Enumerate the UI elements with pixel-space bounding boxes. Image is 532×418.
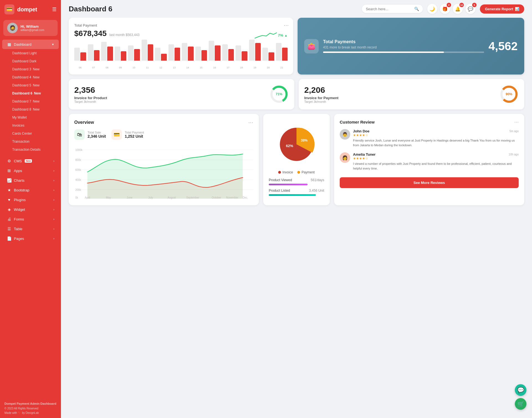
main-content: Dashboard 6 🔍 🌙 🎁 2 🔔 12 💬 5 Generate Re… [61,0,532,418]
theme-toggle-btn[interactable]: 🌙 [427,4,437,14]
sidebar-item-forms[interactable]: 🖨 Forms › [2,214,59,224]
total-payment-label: Total Payment [74,23,288,27]
payment-legend: Payment [297,170,314,174]
sidebar-item-bootstrap[interactable]: ★ Bootstrap › [2,185,59,195]
sidebar-item-charts[interactable]: 📈 Charts › [2,176,59,185]
chevron-right-icon: › [53,160,54,163]
tp-progress-bar [323,52,484,53]
overview-menu-icon[interactable]: ⋯ [248,119,253,125]
sidebar-item-invoices[interactable]: Invoices [2,122,59,129]
sidebar-item-dashboard-7[interactable]: Dashboard 7 New [2,98,59,105]
bar-label-15: 21 [276,66,288,69]
cart-floating-btn[interactable]: 🛒 [515,398,526,410]
bar-group-4 [128,45,140,61]
bar-red-4 [134,49,140,61]
header-icons: 🌙 🎁 2 🔔 12 💬 5 [427,4,475,14]
sidebar-item-dashboard[interactable]: ▦ Dashboard ▼ [2,40,59,49]
sidebar-item-pages[interactable]: 📄 Pages › [2,234,59,243]
bar-label-13: 19 [249,66,261,69]
bar-label-6: 12 [155,66,167,69]
reviewer-1-text: Friendly service Josh, Lunar and everyon… [353,138,519,147]
table-icon: ☰ [7,227,12,231]
chevron-right-icon: › [53,179,54,182]
overview-title: Overview [74,120,94,125]
svg-text:August: August [168,196,176,199]
sidebar-item-dashboard-4[interactable]: Dashboard 4 New [2,73,59,81]
overview-stats: 🛍 Total Sale 2,346 Unit 💳 Total Payment … [74,129,253,140]
total-payment-overview-value: 1,252 Unit [125,134,144,139]
sidebar-item-dashboard-3[interactable]: Dashboard 3 New [2,65,59,73]
bar-red-3 [121,51,126,61]
sidebar-item-my-wallet[interactable]: My Wallet [2,114,59,121]
message-btn[interactable]: 💬 5 [466,4,475,14]
sidebar-logo: 💳 dompet ☰ [0,0,61,18]
review-menu-icon[interactable]: ⋯ [514,119,519,125]
chevron-right-icon: › [53,208,54,211]
review-item-2: 👩 Amelia Tuner 10h ago ★★★★☆ I viewed a … [340,152,519,171]
search-input[interactable] [366,7,412,11]
bar-light-13 [249,40,255,61]
card-menu-icon[interactable]: ⋯ [284,22,289,28]
payment-dot [297,171,300,174]
bar-label-5: 11 [142,66,154,69]
total-sale-stat: 🛍 Total Sale 2,346 Unit [74,129,106,140]
bar-light-9 [195,47,201,61]
invoice-product-number: 2,356 [74,85,266,95]
sale-icon: 🛍 [74,129,85,140]
sidebar-item-dashboard-light[interactable]: Dashboard Light [2,49,59,57]
invoice-product-card: 2,356 Invoice for Product Target 3k/mont… [69,79,294,109]
total-sale-label: Total Sale [88,131,106,134]
sidebar-item-cards-center[interactable]: Cards Center [2,130,59,137]
chart-bar-icon: 📊 [515,7,519,11]
user-profile[interactable]: 🧔 Hi, William william@gmail.com [3,20,58,36]
row-3: Overview ⋯ 🛍 Total Sale 2,346 Unit 💳 [69,114,524,205]
sidebar-item-table[interactable]: ☰ Table › [2,224,59,234]
sidebar-item-dashboard-5[interactable]: Dashboard 5 New [2,81,59,89]
bar-group-0 [74,48,86,61]
bar-group-3 [115,47,127,61]
svg-text:400k: 400k [75,178,81,181]
tp-sub: 431 more to break last month record [323,45,484,49]
sidebar-item-cms[interactable]: ⚙ CMS New › [2,156,59,166]
invoice-legend: Invoice [278,170,293,174]
dashboard-section: ▦ Dashboard ▼ Dashboard Light Dashboard … [0,38,61,155]
sidebar-item-plugins[interactable]: ♥ Plugins › [2,195,59,204]
gift-btn[interactable]: 🎁 2 [440,4,450,14]
bar-red-0 [80,52,86,61]
search-bar[interactable]: 🔍 [362,5,423,13]
bar-light-5 [142,40,147,61]
bar-group-6 [155,48,167,61]
row-2: 2,356 Invoice for Product Target 3k/mont… [69,79,524,109]
bar-red-5 [148,44,153,61]
dashboard-label: Dashboard [14,42,32,47]
bootstrap-icon: ★ [7,188,12,192]
sidebar-item-transaction-details[interactable]: Transaction Details [2,146,59,153]
sidebar-item-dashboard-dark[interactable]: Dashboard Dark [2,57,59,65]
bar-red-9 [201,50,207,61]
product-stats: Product Viewed 561/days Product Listed 3… [269,178,324,196]
chat-floating-btn[interactable]: 💬 [515,384,526,396]
floating-buttons: 💬 🛒 [515,384,526,410]
bar-light-10 [209,41,214,61]
bar-red-1 [94,50,99,61]
sidebar-item-dashboard-6[interactable]: Dashboard 6 New [2,89,59,97]
svg-text:1000k: 1000k [75,148,83,152]
see-more-reviews-button[interactable]: See More Reviews [340,177,519,188]
sidebar-item-widget[interactable]: ◈ Widget › [2,205,59,214]
bar-label-9: 15 [195,66,207,69]
area-chart-svg: 1000k 800k 600k 400k 200k 0k April [74,144,253,200]
reviewer-1-name: John Doe [353,129,369,133]
invoice-product-target: Target 3k/month [74,100,266,103]
plugins-icon: ♥ [7,198,12,202]
hamburger-icon[interactable]: ☰ [52,6,57,12]
sidebar-item-apps[interactable]: ⊞ Apps › [2,166,59,175]
sidebar-item-transaction[interactable]: Transaction [2,138,59,145]
svg-text:0k: 0k [75,196,78,199]
sidebar-item-dashboard-8[interactable]: Dashboard 8 New [2,106,59,113]
apps-icon: ⊞ [7,168,12,173]
bell-btn[interactable]: 🔔 12 [453,4,463,14]
reviewer-2-text: I viewed a number of properties with Jus… [353,161,519,171]
generate-report-button[interactable]: Generate Report 📊 [480,4,524,14]
bar-group-8 [182,43,194,61]
bar-group-13 [249,40,261,61]
